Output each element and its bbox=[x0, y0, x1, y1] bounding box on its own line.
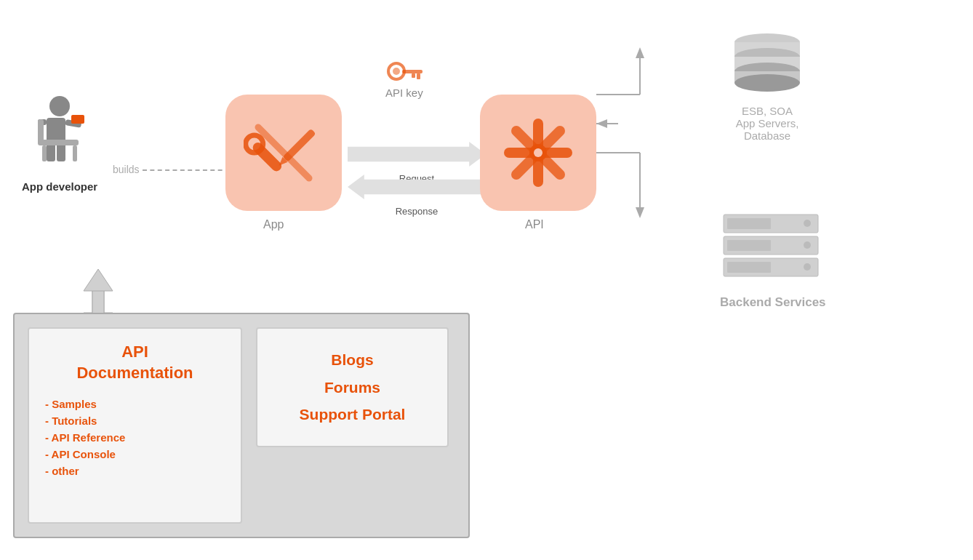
esb-soa-section: ESB, SOA App Servers, Database bbox=[720, 29, 814, 142]
app-label: App bbox=[263, 218, 284, 231]
svg-marker-31 bbox=[636, 47, 644, 58]
svg-point-28 bbox=[534, 148, 542, 157]
svg-point-19 bbox=[393, 68, 400, 75]
builds-connector: builds bbox=[113, 164, 230, 175]
api-docs-items: - Samples - Tutorials - API Reference - … bbox=[45, 398, 225, 477]
app-developer-label: App developer bbox=[22, 180, 97, 193]
svg-rect-9 bbox=[42, 145, 47, 161]
api-docs-title: API Documentation bbox=[45, 342, 225, 383]
esb-label: ESB, SOA App Servers, Database bbox=[720, 105, 814, 142]
api-docs-item-other: - other bbox=[45, 465, 225, 477]
dashed-line bbox=[143, 169, 230, 171]
backend-label: Backend Services bbox=[720, 295, 826, 310]
svg-rect-1 bbox=[47, 118, 65, 143]
api-docs-title-line1: API bbox=[121, 343, 148, 361]
request-arrow: Request bbox=[348, 142, 486, 167]
svg-point-49 bbox=[804, 241, 811, 249]
api-docs-item-reference: - API Reference bbox=[45, 431, 225, 444]
svg-point-0 bbox=[49, 96, 70, 116]
response-arrow-shape bbox=[348, 175, 486, 199]
esb-line1: ESB, SOA bbox=[742, 105, 793, 117]
community-line3: Support Portal bbox=[300, 406, 406, 423]
svg-rect-7 bbox=[41, 140, 79, 145]
builds-text: builds bbox=[113, 164, 140, 175]
svg-point-46 bbox=[804, 220, 811, 227]
api-docs-box: API Documentation - Samples - Tutorials … bbox=[28, 327, 242, 524]
api-label: API bbox=[525, 218, 544, 231]
app-icon-box bbox=[225, 95, 342, 211]
api-docs-title-line2: Documentation bbox=[76, 364, 193, 382]
backend-services-section: Backend Services bbox=[720, 211, 826, 310]
svg-rect-45 bbox=[727, 218, 771, 229]
svg-point-52 bbox=[804, 263, 811, 271]
app-developer-section: App developer bbox=[22, 95, 97, 193]
api-key-area: API key bbox=[385, 58, 423, 99]
esb-line2: App Servers, bbox=[736, 117, 799, 129]
svg-rect-22 bbox=[412, 73, 415, 78]
svg-rect-20 bbox=[402, 70, 423, 73]
response-arrow: Response bbox=[348, 175, 486, 199]
api-icon-box bbox=[480, 95, 596, 211]
server-rack-icon bbox=[720, 211, 822, 284]
community-line1: Blogs bbox=[331, 351, 373, 368]
svg-rect-51 bbox=[727, 262, 771, 273]
database-icon bbox=[720, 29, 814, 95]
svg-rect-4 bbox=[71, 115, 84, 124]
response-label: Response bbox=[348, 199, 486, 224]
esb-line3: Database bbox=[744, 129, 790, 142]
community-line2: Forums bbox=[324, 379, 380, 396]
tools-icon bbox=[244, 113, 324, 193]
api-docs-item-samples: - Samples bbox=[45, 398, 225, 410]
svg-rect-21 bbox=[417, 73, 420, 79]
api-key-label: API key bbox=[385, 87, 423, 99]
person-icon bbox=[31, 95, 89, 175]
svg-marker-34 bbox=[636, 207, 644, 218]
api-docs-item-console: - API Console bbox=[45, 448, 225, 460]
svg-marker-36 bbox=[596, 119, 607, 128]
community-text: Blogs Forums Support Portal bbox=[300, 346, 406, 428]
api-icon bbox=[498, 113, 578, 193]
svg-rect-10 bbox=[73, 145, 77, 161]
key-icon bbox=[386, 58, 423, 84]
svg-point-43 bbox=[734, 74, 800, 92]
api-docs-item-tutorials: - Tutorials bbox=[45, 415, 225, 427]
request-arrow-shape bbox=[348, 142, 486, 167]
svg-rect-48 bbox=[727, 240, 771, 251]
community-box: Blogs Forums Support Portal bbox=[256, 327, 449, 447]
svg-rect-8 bbox=[38, 119, 44, 145]
